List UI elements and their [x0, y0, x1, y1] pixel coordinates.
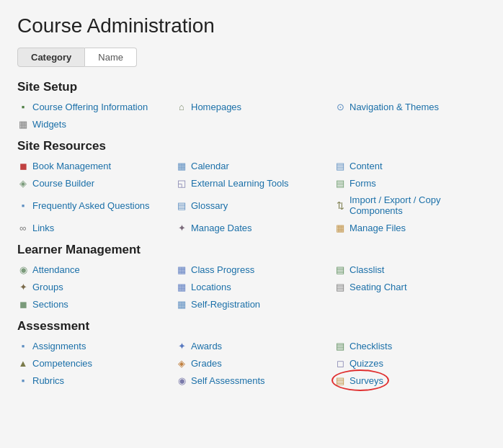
icon-sections: ◼	[17, 298, 29, 310]
tab-bar: Category Name	[17, 48, 486, 67]
link-competencies[interactable]: Competencies	[32, 358, 92, 369]
icon-external-learning-tools: ◱	[176, 177, 187, 189]
list-item: ✦Manage Dates	[176, 220, 334, 236]
list-item: ▤Seating Chart	[334, 279, 493, 295]
list-item: ◈Course Builder	[17, 175, 176, 191]
icon-seating-chart: ▤	[334, 281, 346, 292]
icon-forms: ▤	[334, 177, 346, 189]
link-glossary[interactable]: Glossary	[191, 200, 228, 211]
link-homepages[interactable]: Homepages	[191, 102, 241, 112]
list-item: ▤Content	[334, 158, 493, 174]
list-item: ▦Class Progress	[176, 261, 334, 277]
icon-frequently-asked-questions: ▪	[17, 200, 29, 211]
link-seating-chart[interactable]: Seating Chart	[350, 282, 407, 292]
link-awards[interactable]: Awards	[191, 341, 222, 351]
list-item	[334, 296, 493, 312]
link-forms[interactable]: Forms	[350, 178, 376, 189]
icon-course-builder: ◈	[17, 177, 29, 189]
list-item: ◼Sections	[17, 296, 176, 312]
list-item: ▤Checklists	[334, 338, 493, 354]
link-groups[interactable]: Groups	[32, 282, 63, 292]
list-item: ▤Forms	[334, 175, 493, 191]
icon-grades: ◈	[176, 357, 187, 369]
icon-checklists: ▤	[334, 340, 346, 351]
list-item: ▦Locations	[176, 279, 334, 295]
list-item: ∞Links	[17, 220, 176, 236]
link-checklists[interactable]: Checklists	[350, 341, 392, 351]
link-links[interactable]: Links	[32, 223, 54, 233]
link-locations[interactable]: Locations	[191, 282, 231, 292]
link-import-export-copy-components[interactable]: Import / Export / Copy Components	[350, 194, 493, 216]
link-self-registration[interactable]: Self-Registration	[191, 299, 260, 310]
icon-book-management: ◼	[17, 160, 29, 171]
list-item: ▪Course Offering Information	[17, 99, 176, 115]
link-frequently-asked-questions[interactable]: Frequently Asked Questions	[32, 200, 150, 211]
link-rubrics[interactable]: Rubrics	[32, 375, 64, 386]
link-sections[interactable]: Sections	[32, 299, 68, 310]
link-manage-files[interactable]: Manage Files	[350, 223, 406, 233]
link-surveys[interactable]: Surveys	[350, 375, 383, 386]
list-item: ▪Rubrics	[17, 372, 176, 388]
list-item: ▪Frequently Asked Questions	[17, 192, 176, 218]
icon-calendar: ▦	[176, 160, 187, 171]
icon-navigation-&-themes: ⊙	[334, 101, 346, 112]
icon-links: ∞	[17, 222, 29, 233]
list-item: ▦Manage Files	[334, 220, 493, 236]
icon-content: ▤	[334, 160, 346, 171]
icon-widgets: ▦	[17, 118, 29, 130]
list-item: ⌂Homepages	[176, 99, 334, 115]
list-item: ◉Attendance	[17, 261, 176, 277]
icon-manage-files: ▦	[334, 222, 346, 233]
section-grid-learner-management: ◉Attendance▦Class Progress▤Classlist✦Gro…	[17, 261, 486, 312]
list-item	[176, 116, 334, 132]
link-book-management[interactable]: Book Management	[32, 161, 111, 171]
list-item: ▤Surveys	[334, 372, 493, 388]
list-item: ▤Glossary	[176, 192, 334, 218]
link-navigation-&-themes[interactable]: Navigation & Themes	[350, 102, 439, 112]
page-title: Course Administration	[17, 14, 486, 37]
list-item: ◱External Learning Tools	[176, 175, 334, 191]
icon-self-registration: ▦	[176, 298, 187, 310]
icon-course-offering-information: ▪	[17, 101, 29, 112]
link-calendar[interactable]: Calendar	[191, 161, 229, 171]
list-item: ◻Quizzes	[334, 355, 493, 371]
icon-competencies: ▲	[17, 357, 29, 369]
list-item: ▦Self-Registration	[176, 296, 334, 312]
link-classlist[interactable]: Classlist	[350, 264, 384, 275]
icon-rubrics: ▪	[17, 375, 29, 386]
link-content[interactable]: Content	[350, 161, 383, 171]
list-item: ◼Book Management	[17, 158, 176, 174]
icon-glossary: ▤	[176, 200, 187, 211]
link-course-offering-information[interactable]: Course Offering Information	[32, 102, 148, 112]
link-quizzes[interactable]: Quizzes	[350, 358, 383, 369]
section-heading-learner-management: Learner Management	[17, 243, 486, 257]
icon-attendance: ◉	[17, 264, 29, 275]
link-attendance[interactable]: Attendance	[32, 264, 80, 275]
link-course-builder[interactable]: Course Builder	[32, 178, 94, 189]
link-grades[interactable]: Grades	[191, 358, 222, 369]
link-self-assessments[interactable]: Self Assessments	[191, 375, 265, 386]
icon-import-/-export-/-copy-components: ⇅	[334, 200, 346, 211]
link-external-learning-tools[interactable]: External Learning Tools	[191, 178, 289, 189]
section-heading-site-setup: Site Setup	[17, 80, 486, 94]
list-item: ◈Grades	[176, 355, 334, 371]
list-item: ▲Competencies	[17, 355, 176, 371]
tab-name[interactable]: Name	[85, 48, 137, 67]
icon-groups: ✦	[17, 281, 29, 292]
icon-manage-dates: ✦	[176, 222, 187, 233]
link-manage-dates[interactable]: Manage Dates	[191, 223, 252, 233]
icon-homepages: ⌂	[176, 101, 187, 112]
list-item: ⊙Navigation & Themes	[334, 99, 493, 115]
list-item: ✦Awards	[176, 338, 334, 354]
link-assignments[interactable]: Assignments	[32, 341, 86, 351]
section-grid-assessment: ▪Assignments✦Awards▤Checklists▲Competenc…	[17, 338, 486, 388]
list-item: ⇅Import / Export / Copy Components	[334, 192, 493, 218]
section-heading-assessment: Assessment	[17, 319, 486, 333]
link-widgets[interactable]: Widgets	[32, 119, 66, 130]
list-item: ▤Classlist	[334, 261, 493, 277]
icon-assignments: ▪	[17, 340, 29, 351]
tab-category[interactable]: Category	[17, 48, 85, 67]
link-class-progress[interactable]: Class Progress	[191, 264, 254, 275]
section-grid-site-setup: ▪Course Offering Information⌂Homepages⊙N…	[17, 99, 486, 132]
list-item: ▦Widgets	[17, 116, 176, 132]
